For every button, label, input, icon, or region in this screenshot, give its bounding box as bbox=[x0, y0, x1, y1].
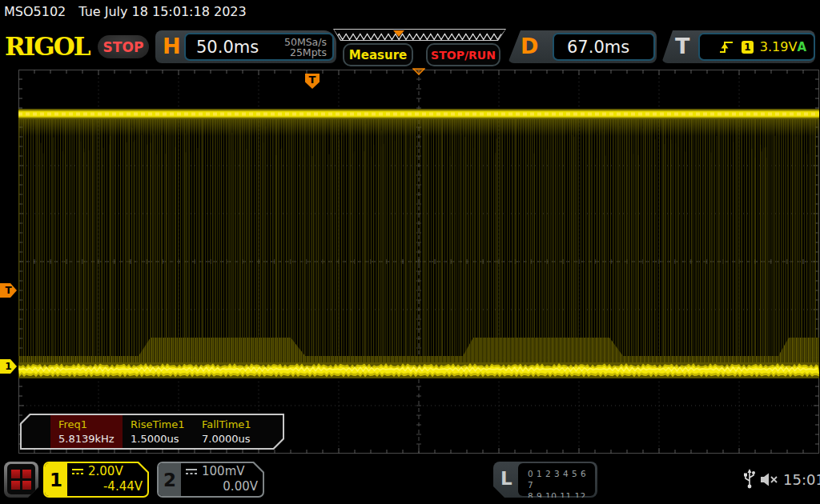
sample-rate-label: 50MSa/s 25Mpts bbox=[284, 37, 332, 58]
usb-icon bbox=[743, 469, 757, 490]
delay-box[interactable]: D 67.0ms bbox=[508, 30, 657, 63]
measurement-panel[interactable]: Freq1 5.8139kHz RiseTime1 1.5000us FallT… bbox=[20, 414, 284, 450]
measurement-label: Freq1 bbox=[58, 418, 87, 430]
datetime-label: Tue July 18 15:01:18 2023 bbox=[78, 4, 246, 19]
timebase-box[interactable]: 50.0ms 50MSa/s 25Mpts bbox=[184, 33, 334, 61]
measurement-value: 5.8139kHz bbox=[58, 433, 115, 445]
channel2-scale: 100mV bbox=[202, 464, 245, 478]
channel1-readout: 2.00V -4.44V bbox=[72, 464, 143, 494]
status-bar: MSO5102 Tue July 18 15:01:18 2023 bbox=[4, 4, 247, 19]
rising-edge-icon bbox=[718, 39, 733, 54]
measurement-label: RiseTime1 bbox=[131, 418, 185, 430]
horizontal-label: H bbox=[163, 34, 181, 58]
channel1-scale: 2.00V bbox=[88, 464, 123, 478]
timebase-value: 50.0ms bbox=[196, 38, 259, 57]
speaker-muted-icon[interactable] bbox=[761, 473, 778, 486]
logic-channel-list: 0 1 2 3 4 5 6 7 8 9 10 11 12 13 14 15 bbox=[518, 463, 595, 496]
waveform-overview-strip[interactable] bbox=[333, 29, 506, 41]
channel2-offset: 0.00V bbox=[186, 479, 258, 494]
dc-coupling-icon bbox=[72, 467, 84, 476]
model-label: MSO5102 bbox=[4, 4, 66, 19]
stop-run-button[interactable]: STOP/RUN bbox=[426, 43, 500, 66]
logic-row2: 8 9 10 11 12 13 14 15 bbox=[528, 490, 595, 504]
menu-grid-icon bbox=[7, 464, 35, 494]
overview-zigzag-icon bbox=[334, 31, 505, 42]
menu-button[interactable] bbox=[4, 462, 38, 498]
dc-coupling-icon bbox=[186, 467, 198, 476]
memory-depth-value: 25Mpts bbox=[290, 46, 327, 58]
channel1-zero-marker[interactable]: 1 bbox=[0, 359, 17, 374]
trigger-box[interactable]: T 1 3.19V A bbox=[661, 30, 815, 63]
waveform-canvas bbox=[18, 70, 819, 454]
measurement-label: FallTime1 bbox=[202, 418, 251, 430]
trigger-mode-label: A bbox=[797, 40, 806, 54]
delay-value-box[interactable]: 67.0ms bbox=[553, 33, 655, 61]
measurement-value: 7.0000us bbox=[202, 433, 251, 445]
logic-channels-tile[interactable]: L 0 1 2 3 4 5 6 7 8 9 10 11 12 13 14 15 bbox=[493, 462, 597, 498]
measurement-value: 1.5000us bbox=[131, 433, 179, 445]
overview-position-marker-icon[interactable] bbox=[393, 30, 404, 37]
channel1-offset: -4.44V bbox=[72, 479, 143, 494]
channel2-tile[interactable]: 2 100mV 0.00V bbox=[157, 462, 264, 498]
run-state-badge: STOP bbox=[98, 35, 149, 58]
measurement-panel-inner: Freq1 5.8139kHz RiseTime1 1.5000us FallT… bbox=[22, 415, 283, 448]
waveform-display-area[interactable] bbox=[18, 70, 819, 454]
logic-row1: 0 1 2 3 4 5 6 7 bbox=[528, 468, 595, 490]
oscilloscope-screen: MSO5102 Tue July 18 15:01:18 2023 RIGOL … bbox=[0, 0, 820, 504]
logic-label: L bbox=[500, 468, 512, 489]
channel2-number-badge: 2 bbox=[159, 463, 181, 496]
trigger-label: T bbox=[675, 34, 689, 58]
horizontal-settings-box[interactable]: H 50.0ms 50MSa/s 25Mpts bbox=[155, 30, 336, 63]
trigger-source-badge: 1 bbox=[742, 41, 754, 54]
trigger-level-marker[interactable]: T bbox=[0, 283, 17, 298]
waveform-overview-inner bbox=[334, 30, 505, 40]
channel1-number-badge: 1 bbox=[45, 463, 67, 496]
trigger-level-value: 3.19V bbox=[760, 39, 798, 54]
clock-label: 15:01 bbox=[783, 471, 820, 488]
delay-label: D bbox=[521, 34, 538, 58]
channel1-tile[interactable]: 1 2.00V -4.44V bbox=[43, 462, 149, 498]
rigol-logo: RIGOL bbox=[5, 32, 90, 61]
measure-button[interactable]: Measure bbox=[343, 43, 413, 66]
center-position-marker-icon bbox=[412, 68, 425, 75]
trigger-value-box[interactable]: 1 3.19V A bbox=[698, 33, 815, 61]
delay-value: 67.0ms bbox=[567, 38, 629, 57]
channel2-readout: 100mV 0.00V bbox=[186, 464, 258, 494]
